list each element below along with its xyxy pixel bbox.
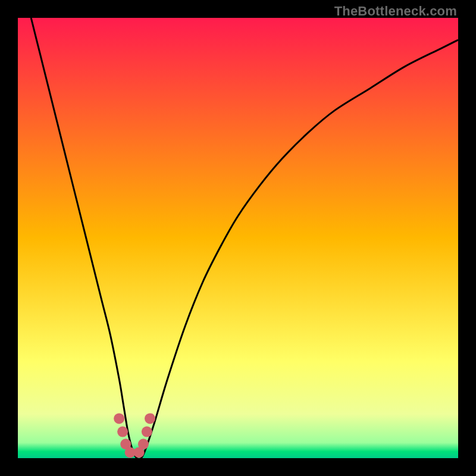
gradient-background <box>18 18 458 458</box>
chart-frame <box>18 18 458 458</box>
curve-marker <box>142 427 152 437</box>
bottleneck-chart <box>18 18 458 458</box>
curve-marker <box>117 427 128 437</box>
curve-marker <box>145 413 155 424</box>
curve-marker <box>138 439 149 449</box>
watermark-text: TheBottleneck.com <box>334 4 457 19</box>
curve-marker <box>114 413 124 424</box>
